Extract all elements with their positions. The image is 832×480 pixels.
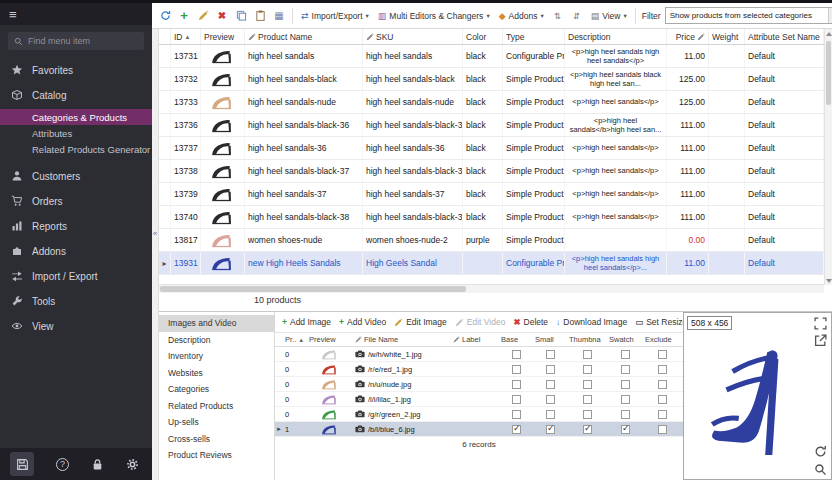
set-resize-rule-button[interactable]: ▭ Set Resize Rule ▾	[632, 315, 683, 329]
scroll-up-arrow[interactable]	[825, 29, 832, 38]
header-small[interactable]: Small	[533, 335, 567, 344]
sidebar-item-related-products-generator[interactable]: Related Products Generator	[0, 141, 152, 157]
detail-tab[interactable]: Up-sells	[159, 414, 274, 431]
sidebar-item-tools[interactable]: Tools	[0, 290, 152, 312]
checkbox-exclude[interactable]	[643, 380, 681, 389]
image-row[interactable]: 0 /r/e/red_1.jpg	[275, 362, 683, 377]
header-preview[interactable]: Preview	[201, 29, 245, 44]
header-sku[interactable]: SKU	[363, 29, 463, 44]
checkbox-exclude[interactable]	[643, 365, 681, 374]
category-filter-select[interactable]: Show products from selected categories ▾	[665, 7, 832, 24]
product-row[interactable]: 13736 high heel sandals-black-36 high he…	[159, 114, 824, 137]
grid-options-button[interactable]: ▦	[271, 8, 287, 24]
checkbox-base[interactable]	[499, 395, 533, 404]
checkbox-exclude[interactable]	[643, 410, 681, 419]
checkbox-small[interactable]	[533, 425, 567, 434]
sidebar-item-reports[interactable]: Reports	[0, 215, 152, 237]
sidebar-item-addons[interactable]: Addons	[0, 240, 152, 262]
checkbox-exclude[interactable]	[643, 425, 681, 434]
header-product-name[interactable]: Product Name	[245, 29, 363, 44]
checkbox-swatch[interactable]	[607, 410, 643, 419]
scroll-down-arrow[interactable]	[825, 276, 832, 285]
header-base[interactable]: Base	[499, 335, 533, 344]
sidebar-item-orders[interactable]: Orders	[0, 190, 152, 212]
detail-tab[interactable]: Cross-sells	[159, 431, 274, 448]
checkbox-small[interactable]	[533, 410, 567, 419]
product-row[interactable]: 13737 high heel sandals-36 high heel san…	[159, 137, 824, 160]
checkbox-base[interactable]	[499, 350, 533, 359]
menu-icon[interactable]: ≡	[9, 7, 17, 22]
fullscreen-button[interactable]	[814, 316, 827, 329]
reorder-rows-button[interactable]: ⇵	[569, 8, 585, 24]
copy-button[interactable]	[233, 8, 249, 24]
edit-image-button[interactable]: Edit Image	[391, 315, 450, 329]
header-preview[interactable]: Preview	[307, 335, 353, 344]
scrollbar-thumb[interactable]	[826, 41, 831, 105]
product-row[interactable]: 13739 high heel sandals-37 high heel san…	[159, 183, 824, 206]
detail-tab[interactable]: Categories	[159, 381, 274, 398]
save-button[interactable]	[10, 452, 34, 476]
header-weight[interactable]: Weight	[709, 29, 745, 44]
detail-tab[interactable]: Product Reviews	[159, 447, 274, 464]
open-external-button[interactable]	[814, 333, 827, 346]
checkbox-thumbnail[interactable]	[567, 365, 607, 374]
header-price[interactable]: Price	[667, 29, 709, 44]
panel-collapse-handle[interactable]: «	[152, 29, 159, 480]
header-id[interactable]: ID▲	[171, 29, 201, 44]
sidebar-item-attributes[interactable]: Attributes	[0, 125, 152, 141]
scrollbar-thumb[interactable]	[160, 286, 466, 292]
checkbox-base[interactable]	[499, 365, 533, 374]
checkbox-base[interactable]	[499, 425, 533, 434]
help-button[interactable]: ?	[56, 458, 69, 471]
checkbox-thumbnail[interactable]	[567, 410, 607, 419]
header-label[interactable]: Label	[451, 335, 499, 344]
search-input[interactable]	[28, 36, 138, 46]
checkbox-swatch[interactable]	[607, 350, 643, 359]
lock-icon[interactable]	[91, 458, 104, 471]
gear-icon[interactable]	[126, 458, 139, 471]
checkbox-small[interactable]	[533, 380, 567, 389]
product-row[interactable]: 13817 women shoes-nude women shoes-nude-…	[159, 229, 824, 252]
header-color[interactable]: Color	[463, 29, 503, 44]
delete-image-button[interactable]: ✖ Delete	[510, 315, 551, 329]
detail-tab[interactable]: Images and Video	[159, 315, 274, 332]
checkbox-swatch[interactable]	[607, 380, 643, 389]
horizontal-scrollbar[interactable]	[159, 284, 824, 293]
checkbox-swatch[interactable]	[607, 365, 643, 374]
view-menu[interactable]: ▤ View ▾	[588, 9, 630, 23]
download-image-button[interactable]: ↓ Download Image	[553, 315, 630, 329]
add-video-button[interactable]: + Add Video	[336, 315, 389, 329]
sidebar-item-import-export[interactable]: Import / Export	[0, 265, 152, 287]
product-row[interactable]: 13733 high heel sandals-nude high heel s…	[159, 91, 824, 114]
detail-tab[interactable]: Related Products	[159, 398, 274, 415]
checkbox-swatch[interactable]	[607, 395, 643, 404]
header-exclude[interactable]: Exclude	[643, 335, 681, 344]
sidebar-item-favorites[interactable]: Favorites	[0, 59, 152, 81]
refresh-button[interactable]	[157, 8, 173, 24]
header-attribute-set[interactable]: Attribute Set Name	[745, 29, 824, 44]
paste-button[interactable]	[252, 8, 268, 24]
checkbox-thumbnail[interactable]	[567, 425, 607, 434]
checkbox-small[interactable]	[533, 395, 567, 404]
product-row[interactable]: 13740 high heel sandals-black-38 high he…	[159, 206, 824, 229]
checkbox-exclude[interactable]	[643, 350, 681, 359]
checkbox-base[interactable]	[499, 380, 533, 389]
sort-rows-button[interactable]: ⇅	[550, 8, 566, 24]
image-row[interactable]: 0 /g/r/green_2.jpg	[275, 407, 683, 422]
header-description[interactable]: Description	[565, 29, 667, 44]
sidebar-item-view[interactable]: View	[0, 315, 152, 337]
product-row[interactable]: 13732 high heel sandals-black high heel …	[159, 68, 824, 91]
product-row[interactable]: 13931 new High Heels Sandals High Geels …	[159, 252, 824, 275]
image-row[interactable]: 1 /b/l/blue_6.jpg	[275, 422, 683, 437]
header-swatch[interactable]: Swatch	[607, 335, 643, 344]
image-row[interactable]: 0 /n/u/nude.jpg	[275, 377, 683, 392]
image-row[interactable]: 0 /l/i/lilac_1.jpg	[275, 392, 683, 407]
detail-tab[interactable]: Inventory	[159, 348, 274, 365]
checkbox-swatch[interactable]	[607, 425, 643, 434]
edit-product-button[interactable]	[195, 8, 211, 24]
checkbox-base[interactable]	[499, 410, 533, 419]
add-image-button[interactable]: + Add Image	[279, 315, 334, 329]
add-product-button[interactable]: +	[176, 8, 192, 24]
checkbox-small[interactable]	[533, 350, 567, 359]
zoom-button[interactable]	[814, 462, 827, 475]
